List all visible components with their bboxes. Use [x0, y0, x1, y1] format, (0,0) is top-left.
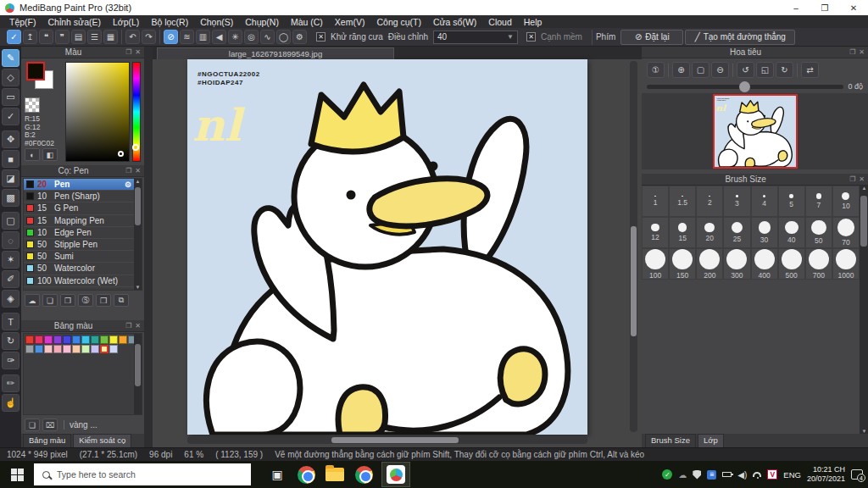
clock[interactable]: 10:21 CH 20/07/2021	[807, 465, 845, 484]
eraser-tool[interactable]: ◇	[2, 69, 19, 86]
triangle-icon[interactable]: ◀	[212, 30, 226, 44]
flip-horizontal-icon[interactable]: ⇄	[801, 62, 819, 78]
brush-item[interactable]: 50Watercolor	[24, 263, 142, 274]
transform-tool[interactable]: ↻	[2, 332, 19, 350]
popout-icon[interactable]: ❐	[849, 48, 855, 56]
menu-item-6[interactable]: Màu (C)	[285, 17, 329, 27]
brush-item[interactable]: 10Pen (Sharp)	[24, 191, 142, 202]
palette-swatch[interactable]	[63, 336, 71, 344]
undo-icon[interactable]: ↶	[125, 30, 140, 44]
navigator-viewport-rect[interactable]	[713, 94, 798, 169]
foreground-color-swatch[interactable]	[26, 62, 45, 80]
brush-size-option[interactable]: 20	[696, 217, 723, 248]
brush-size-option[interactable]: 4	[751, 186, 778, 217]
tab-layers[interactable]: Lớp	[698, 434, 724, 447]
menu-item-1[interactable]: Chỉnh sửa(E)	[42, 17, 107, 27]
palette-swatch[interactable]	[35, 345, 43, 353]
brush-size-option[interactable]: 50	[805, 217, 832, 248]
grid-lines-icon[interactable]: ▥	[196, 30, 210, 44]
brush-size-option[interactable]: 400	[751, 248, 778, 280]
brush-item[interactable]: 100Watercolor (Wet)	[24, 275, 142, 287]
tab-palette[interactable]: Bảng màu	[23, 434, 71, 447]
cloud-tray-icon[interactable]: ☁	[678, 470, 687, 480]
restore-button[interactable]: ❐	[810, 0, 839, 15]
brush-size-option[interactable]: 1	[642, 186, 669, 217]
curve-icon[interactable]: ∿	[260, 30, 275, 44]
magic-wand-tool[interactable]: ✶	[2, 251, 19, 269]
redo-icon[interactable]: ↷	[142, 30, 156, 44]
brush-size-option[interactable]: 150	[669, 248, 696, 280]
brush-item[interactable]: 50Stipple Pen	[24, 239, 142, 251]
menu-item-5[interactable]: Chụp(N)	[239, 17, 285, 27]
medibang-taskbar-icon[interactable]	[381, 462, 410, 487]
new-color-icon[interactable]: ❏	[25, 419, 40, 431]
palette-swatch[interactable]	[109, 336, 118, 344]
brush-size-option[interactable]: 300	[723, 248, 750, 280]
palette-swatch[interactable]	[100, 336, 108, 344]
vertical-scrollbar[interactable]	[630, 61, 637, 432]
palette-swatch[interactable]	[25, 345, 34, 353]
comment-lines-icon[interactable]: ❞	[55, 30, 70, 44]
delete-color-icon[interactable]: ⌧	[42, 419, 58, 431]
snap-tool[interactable]: ✓	[2, 108, 19, 125]
palette-swatch[interactable]	[44, 345, 53, 353]
brush-size-option[interactable]: 100	[642, 248, 669, 280]
close-icon[interactable]: ✕	[135, 48, 141, 56]
brush-size-option[interactable]: 1000	[832, 248, 860, 280]
close-icon[interactable]: ✕	[859, 175, 865, 183]
menu-item-3[interactable]: Bộ lọc(R)	[145, 17, 194, 27]
palette-swatch[interactable]	[44, 336, 53, 344]
gear-icon[interactable]: ⚙	[125, 180, 131, 189]
defender-shield-icon[interactable]	[693, 470, 701, 480]
circle-icon[interactable]: ◯	[276, 30, 291, 44]
brush-item[interactable]: 15G Pen	[24, 202, 142, 214]
brush-item[interactable]: 15Mapping Pen	[24, 215, 142, 227]
menu-item-11[interactable]: Help	[518, 17, 548, 27]
close-icon[interactable]: ✕	[135, 322, 141, 330]
new-brush-icon[interactable]: ❏	[42, 294, 58, 307]
notification-icon[interactable]: 4	[851, 469, 863, 480]
reset-button[interactable]: ⊘Đặt lại	[620, 30, 683, 45]
upload-icon[interactable]: ↥	[23, 30, 37, 44]
brush-size-option[interactable]: 70	[832, 217, 860, 248]
add-image-brush-icon[interactable]: ❐	[60, 294, 75, 307]
tab-brush-size[interactable]: Brush Size	[645, 434, 696, 447]
saturation-value-picker[interactable]	[65, 62, 130, 162]
panel-divider[interactable]	[144, 47, 153, 447]
script-brush-icon[interactable]: Ⓢ	[78, 294, 93, 307]
menu-item-7[interactable]: Xem(V)	[329, 17, 371, 27]
draw-line-button[interactable]: ╱Tạo một đường thẳng	[685, 30, 795, 45]
color-set-icon[interactable]: ◧	[42, 148, 58, 161]
palette-swatch[interactable]	[109, 345, 118, 353]
brush-size-option[interactable]: 40	[778, 217, 805, 248]
horizontal-scroll-thumb[interactable]	[331, 437, 459, 443]
language-indicator[interactable]: ENG	[783, 470, 801, 480]
select-tool[interactable]: ▢	[2, 212, 19, 230]
brush-item[interactable]: 10Edge Pen	[24, 227, 142, 239]
palette-swatch[interactable]	[72, 345, 81, 353]
bucket-tool[interactable]: ◪	[2, 169, 19, 187]
brush-item[interactable]: 50Sumi	[24, 251, 142, 263]
chrome-taskbar-icon[interactable]	[292, 461, 320, 488]
concentric-icon[interactable]: ◎	[244, 30, 259, 44]
fill-rect-tool[interactable]: ■	[2, 150, 19, 168]
drawing-canvas[interactable]: #NGOCTUA22002 #HOIDAP247 nl	[187, 59, 587, 435]
soft-edge-checkbox[interactable]: ✕	[526, 32, 536, 42]
select-pen-tool[interactable]: ✐	[2, 270, 19, 288]
document-icon[interactable]: ▤	[71, 30, 86, 44]
palette-scrollbar[interactable]	[134, 334, 142, 414]
brush-size-option[interactable]: 30	[751, 217, 778, 248]
brush-size-option[interactable]: 15	[669, 217, 696, 248]
antialias-checkbox[interactable]: ✕	[316, 32, 326, 42]
document-tab[interactable]: large_1626791899549.jpg	[157, 47, 394, 59]
correction-none-icon[interactable]: ⊘	[164, 30, 178, 44]
menu-item-8[interactable]: Công cụ(T)	[370, 17, 427, 27]
hand-tool[interactable]: ☝	[2, 394, 19, 412]
hue-slider[interactable]	[132, 62, 141, 162]
brush-tool[interactable]: ✎	[2, 49, 19, 67]
palette-swatch[interactable]	[72, 336, 81, 344]
task-view-button[interactable]: ▣	[263, 461, 292, 488]
brush-size-option[interactable]: 5	[778, 186, 805, 217]
close-icon[interactable]: ✕	[859, 48, 865, 56]
brush-item[interactable]: 20Pen⚙	[24, 179, 142, 191]
